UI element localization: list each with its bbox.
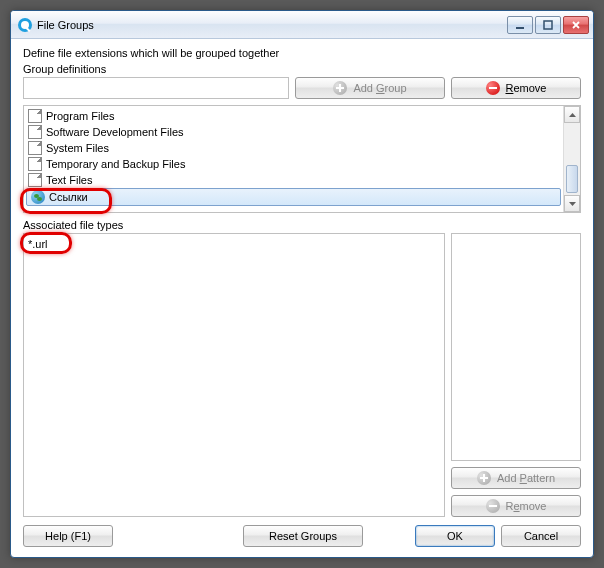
plus-icon — [333, 81, 347, 95]
list-item: *.url — [26, 236, 442, 252]
scrollbar[interactable] — [563, 106, 580, 212]
list-item-selected: Ссылки — [26, 188, 561, 206]
cancel-button[interactable]: Cancel — [501, 525, 581, 547]
group-name-input[interactable] — [23, 77, 289, 99]
list-item: System Files — [26, 140, 561, 156]
help-button[interactable]: Help (F1) — [23, 525, 113, 547]
add-pattern-button[interactable]: Add Pattern — [451, 467, 581, 489]
pattern-input[interactable] — [451, 233, 581, 461]
ok-button[interactable]: OK — [415, 525, 495, 547]
list-item: Temporary and Backup Files — [26, 156, 561, 172]
titlebar[interactable]: File Groups — [11, 11, 593, 39]
group-list[interactable]: Program Files Software Development Files… — [23, 105, 581, 213]
list-item: Program Files — [26, 108, 561, 124]
file-icon — [28, 173, 42, 187]
file-icon — [28, 109, 42, 123]
minus-icon — [486, 499, 500, 513]
app-icon — [17, 17, 33, 33]
scroll-thumb[interactable] — [566, 165, 578, 193]
window-controls — [507, 16, 589, 34]
associated-types-list[interactable]: *.url — [23, 233, 445, 517]
description-text: Define file extensions which will be gro… — [23, 47, 581, 59]
remove-group-button[interactable]: Remove — [451, 77, 581, 99]
remove-pattern-button[interactable]: Remove — [451, 495, 581, 517]
scroll-up-button[interactable] — [564, 106, 580, 123]
maximize-button[interactable] — [535, 16, 561, 34]
reset-groups-button[interactable]: Reset Groups — [243, 525, 363, 547]
globe-icon — [31, 190, 45, 204]
svg-rect-3 — [516, 27, 524, 29]
scroll-down-button[interactable] — [564, 195, 580, 212]
minimize-button[interactable] — [507, 16, 533, 34]
window-title: File Groups — [37, 19, 507, 31]
file-icon — [28, 157, 42, 171]
remove-icon — [486, 81, 500, 95]
plus-icon — [477, 471, 491, 485]
add-group-button[interactable]: Add Group — [295, 77, 445, 99]
list-item: Software Development Files — [26, 124, 561, 140]
associated-types-label: Associated file types — [23, 219, 581, 231]
close-button[interactable] — [563, 16, 589, 34]
svg-rect-4 — [544, 21, 552, 29]
file-icon — [28, 125, 42, 139]
list-item: Text Files — [26, 172, 561, 188]
file-icon — [28, 141, 42, 155]
group-definitions-label: Group definitions — [23, 63, 581, 75]
dialog-window: File Groups Define file extensions which… — [10, 10, 594, 558]
